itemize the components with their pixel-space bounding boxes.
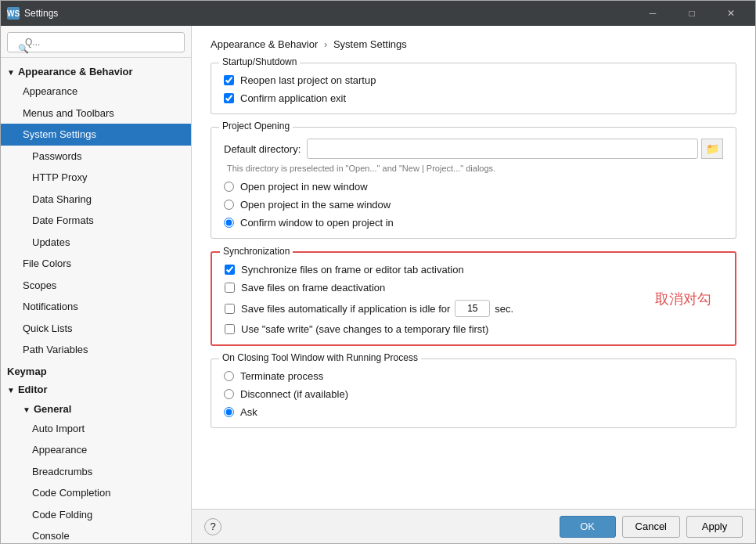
sidebar-item-appearance2[interactable]: Appearance	[1, 439, 191, 461]
collapse-arrow-general: ▼	[23, 405, 31, 414]
sidebar-item-code-folding[interactable]: Code Folding	[1, 504, 191, 526]
ask-row: Ask	[224, 406, 723, 418]
sidebar-item-http-proxy[interactable]: HTTP Proxy	[1, 167, 191, 189]
terminate-label[interactable]: Terminate process	[240, 370, 323, 382]
search-input[interactable]	[7, 32, 185, 52]
safe-write-label[interactable]: Use "safe write" (save changes to a temp…	[241, 323, 488, 335]
startup-shutdown-title: Startup/Shutdown	[219, 56, 300, 67]
sidebar-item-updates[interactable]: Updates	[1, 232, 191, 254]
safe-write-checkbox[interactable]	[225, 324, 235, 334]
save-idle-checkbox[interactable]	[225, 304, 235, 314]
sidebar-item-quick-lists[interactable]: Quick Lists	[1, 318, 191, 340]
sidebar-item-data-sharing[interactable]: Data Sharing	[1, 189, 191, 211]
sidebar-item-path-variables[interactable]: Path Variables	[1, 339, 191, 361]
sidebar-item-date-formats[interactable]: Date Formats	[1, 210, 191, 232]
sidebar-item-appearance[interactable]: Appearance	[1, 81, 191, 103]
app-icon: WS	[7, 7, 20, 20]
main-content: Appearance & Behavior › System Settings …	[192, 26, 755, 509]
confirm-exit-checkbox[interactable]	[224, 93, 234, 103]
reopen-last-project-label[interactable]: Reopen last project on startup	[240, 74, 376, 86]
search-box-wrap: 🔍	[1, 26, 191, 58]
sidebar-tree: ▼Appearance & Behavior Appearance Menus …	[1, 58, 191, 543]
sidebar-item-passwords[interactable]: Passwords	[1, 146, 191, 168]
sidebar-item-breadcrumbs[interactable]: Breadcrumbs	[1, 461, 191, 483]
breadcrumb: Appearance & Behavior › System Settings	[211, 38, 736, 50]
sidebar-item-appearance-behavior[interactable]: ▼Appearance & Behavior	[1, 61, 191, 81]
confirm-window-radio[interactable]	[224, 218, 234, 228]
synchronization-title: Synchronization	[220, 246, 293, 257]
new-window-radio[interactable]	[224, 182, 234, 192]
confirm-window-label[interactable]: Confirm window to open project in	[240, 217, 394, 229]
window-title: Settings	[24, 8, 635, 19]
main-panel: Appearance & Behavior › System Settings …	[192, 26, 755, 543]
new-window-label[interactable]: Open project in new window	[240, 181, 368, 193]
save-idle-label[interactable]: Save files automatically if application …	[241, 303, 450, 315]
browse-directory-button[interactable]: 📁	[701, 139, 723, 159]
ask-radio[interactable]	[224, 407, 234, 417]
sidebar-item-notifications[interactable]: Notifications	[1, 296, 191, 318]
close-button[interactable]: ✕	[713, 1, 749, 26]
collapse-arrow: ▼	[7, 68, 15, 77]
idle-seconds-input[interactable]	[455, 300, 490, 317]
ask-label[interactable]: Ask	[240, 406, 257, 418]
settings-window: WS Settings ─ □ ✕ 🔍 ▼Appearance & Behavi…	[0, 0, 756, 544]
ok-button[interactable]: OK	[560, 516, 616, 538]
apply-button[interactable]: Apply	[686, 516, 743, 538]
dialog-body: 🔍 ▼Appearance & Behavior Appearance Menu…	[1, 26, 755, 543]
maximize-button[interactable]: □	[674, 1, 710, 26]
default-directory-label: Default directory:	[224, 143, 301, 155]
sidebar-item-keymap[interactable]: Keymap	[1, 361, 191, 379]
sidebar-item-file-colors[interactable]: File Colors	[1, 253, 191, 275]
terminate-process-row: Terminate process	[224, 370, 723, 382]
default-directory-input[interactable]	[307, 139, 698, 159]
help-button[interactable]: ?	[204, 518, 221, 535]
synchronization-section: Synchronization Synchronize files on fra…	[211, 251, 736, 346]
search-wrap: 🔍	[7, 32, 185, 52]
cancel-button[interactable]: Cancel	[622, 516, 680, 538]
breadcrumb-separator: ›	[324, 38, 327, 50]
sidebar-item-menus-toolbars[interactable]: Menus and Toolbars	[1, 103, 191, 124]
synchronization-content: Synchronize files on frame or editor tab…	[212, 253, 735, 344]
idle-row: Save files automatically if application …	[241, 300, 513, 317]
collapse-arrow-editor: ▼	[7, 386, 15, 394]
same-window-label[interactable]: Open project in the same window	[240, 199, 391, 211]
sidebar: 🔍 ▼Appearance & Behavior Appearance Menu…	[1, 26, 192, 543]
minimize-button[interactable]: ─	[635, 1, 671, 26]
save-idle-row: Save files automatically if application …	[225, 300, 722, 317]
reopen-last-project-checkbox[interactable]	[224, 75, 234, 85]
window-controls: ─ □ ✕	[635, 1, 749, 26]
same-window-row: Open project in the same window	[224, 199, 723, 211]
startup-shutdown-content: Reopen last project on startup Confirm a…	[211, 63, 736, 113]
sidebar-item-editor[interactable]: ▼Editor	[1, 379, 191, 398]
terminate-radio[interactable]	[224, 371, 234, 381]
closing-tool-section: On Closing Tool Window with Running Proc…	[211, 358, 736, 428]
save-deactivation-label[interactable]: Save files on frame deactivation	[241, 282, 385, 294]
disconnect-label[interactable]: Disconnect (if available)	[240, 388, 348, 400]
reopen-last-project-row: Reopen last project on startup	[224, 74, 723, 86]
sidebar-item-general[interactable]: ▼General	[1, 398, 191, 418]
disconnect-radio[interactable]	[224, 389, 234, 399]
sidebar-item-auto-import[interactable]: Auto Import	[1, 418, 191, 440]
same-window-radio[interactable]	[224, 200, 234, 210]
confirm-window-row: Confirm window to open project in	[224, 217, 723, 229]
sidebar-item-console[interactable]: Console	[1, 525, 191, 543]
sync-files-label[interactable]: Synchronize files on frame or editor tab…	[241, 264, 464, 276]
directory-hint: This directory is preselected in "Open..…	[224, 164, 723, 173]
sidebar-item-scopes[interactable]: Scopes	[1, 275, 191, 297]
save-deactivation-checkbox[interactable]	[225, 283, 235, 293]
sync-files-row: Synchronize files on frame or editor tab…	[225, 264, 722, 276]
confirm-exit-label[interactable]: Confirm application exit	[240, 92, 346, 104]
titlebar: WS Settings ─ □ ✕	[1, 1, 755, 26]
save-deactivation-row: Save files on frame deactivation	[225, 282, 722, 294]
breadcrumb-parent: Appearance & Behavior	[211, 38, 318, 50]
safe-write-row: Use "safe write" (save changes to a temp…	[225, 323, 722, 335]
bottom-bar: ? OK Cancel Apply	[192, 509, 755, 543]
sidebar-item-system-settings[interactable]: System Settings	[1, 124, 191, 146]
sync-files-checkbox[interactable]	[225, 265, 235, 275]
new-window-row: Open project in new window	[224, 181, 723, 193]
project-opening-section: Project Opening Default directory: 📁 Thi…	[211, 127, 736, 239]
project-opening-content: Default directory: 📁 This directory is p…	[211, 128, 736, 238]
startup-shutdown-section: Startup/Shutdown Reopen last project on …	[211, 63, 736, 114]
closing-tool-content: Terminate process Disconnect (if availab…	[211, 359, 736, 427]
sidebar-item-code-completion[interactable]: Code Completion	[1, 482, 191, 504]
